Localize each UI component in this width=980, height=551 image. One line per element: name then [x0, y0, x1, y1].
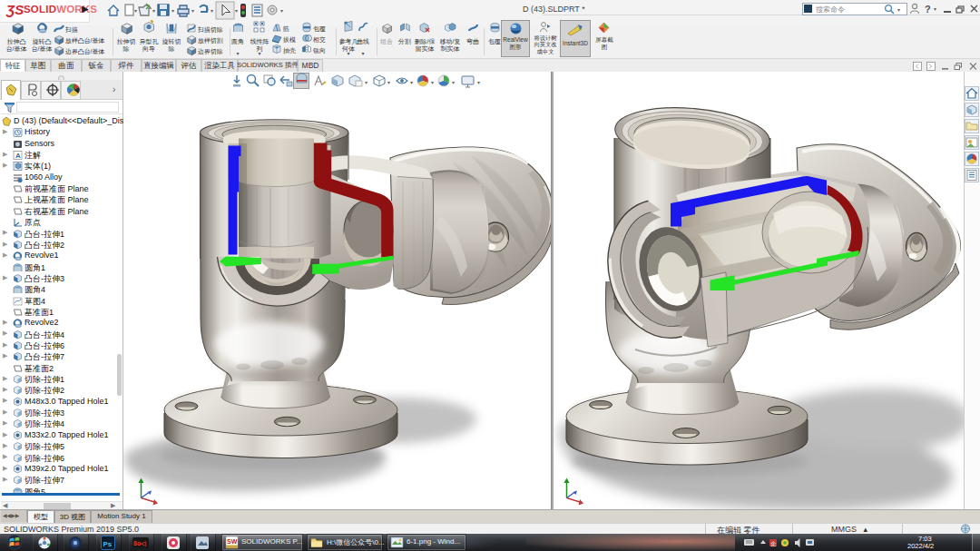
svg-text:?: ? [925, 4, 931, 15]
svg-text:▾: ▾ [235, 8, 238, 14]
svg-text:▾: ▾ [172, 8, 174, 14]
svg-text:▾: ▾ [134, 8, 137, 14]
svg-text:▾: ▾ [211, 8, 213, 14]
svg-text:企: 企 [770, 541, 776, 546]
svg-text:SW: SW [227, 538, 238, 545]
svg-text:▾: ▾ [152, 8, 155, 14]
svg-text:▾: ▾ [934, 6, 936, 12]
svg-text:▾: ▾ [897, 7, 900, 13]
svg-text:A: A [15, 152, 21, 160]
svg-text:▾: ▾ [191, 8, 194, 14]
svg-text:Ps: Ps [103, 540, 113, 548]
svg-text:▾: ▾ [280, 8, 283, 14]
svg-text:8o◁: 8o◁ [133, 540, 146, 547]
